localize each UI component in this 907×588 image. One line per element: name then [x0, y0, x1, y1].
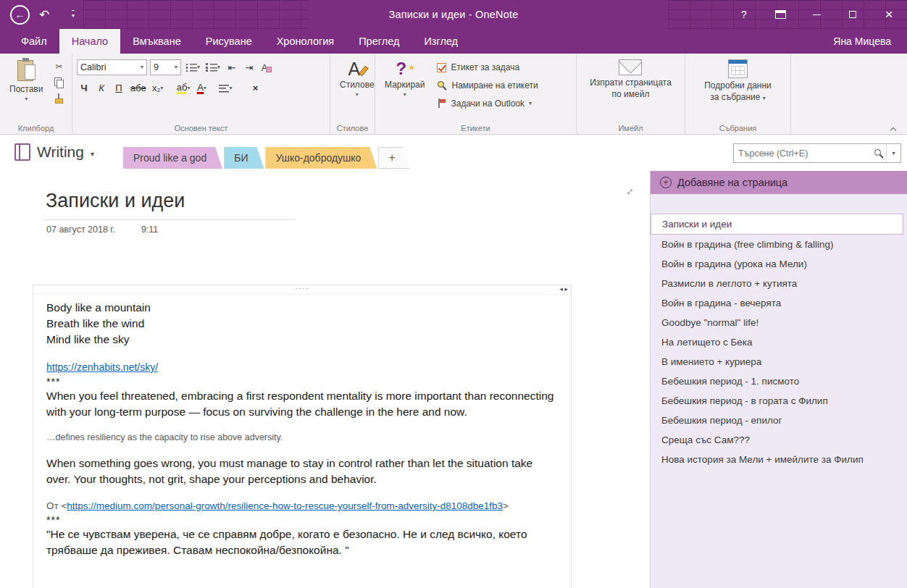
page-list-item[interactable]: Войн в градина (урока на Мели) [651, 254, 907, 274]
medium-article-link[interactable]: https://medium.com/personal-growth/resil… [67, 500, 503, 511]
page-list-item[interactable]: Войн в градина - вечерята [651, 293, 907, 313]
undo-button[interactable]: ↶ [30, 0, 59, 29]
numbering-button[interactable]: ▾ [204, 60, 222, 75]
page-date: 07 август 2018 г. [46, 224, 115, 235]
small-note-line[interactable]: …defines resiliency as the capacity to r… [46, 432, 558, 444]
undo-icon: ↶ [39, 7, 49, 22]
page-list-item[interactable]: Бебешкия период - 1. писмото [651, 371, 907, 391]
highlight-color-button[interactable]: аб▾ [175, 80, 192, 96]
page-list-item[interactable]: Среща със Сам??? [651, 430, 907, 450]
page-list-item[interactable]: Записки и идеи [651, 214, 903, 235]
email-group-label: Имейл [577, 124, 685, 133]
scissors-icon: ✂ [55, 62, 62, 72]
zenhabits-link[interactable]: https://zenhabits.net/sky/ [46, 361, 158, 373]
todo-tag-button[interactable]: Етикет за задача [437, 60, 538, 75]
styles-button[interactable]: A Стилове ▾ [335, 58, 380, 99]
note-content[interactable]: Body like a mountain Breath like the win… [33, 295, 571, 558]
copy-button[interactable] [52, 77, 65, 88]
paste-button[interactable]: Постави ▾ [4, 58, 48, 104]
blank-line [46, 487, 558, 499]
tag-question-icon: ?★ [396, 59, 414, 78]
underline-button[interactable]: П [112, 80, 126, 96]
note-container-handle[interactable]: ···· ◂ ▸ [33, 285, 571, 295]
section-tab-ushko[interactable]: Ушко-добродушко [265, 147, 377, 169]
tag-button[interactable]: ?★ Маркирай ▾ [380, 58, 430, 99]
minimize-button[interactable] [798, 0, 835, 29]
outlook-tasks-button[interactable]: Задачи на Outlook ▾ [437, 96, 538, 111]
page-title[interactable]: Записки и идеи [46, 190, 185, 212]
page-list-item[interactable]: В имението + куриера [651, 352, 907, 371]
paragraph[interactable]: When you feel threatened, embracing a fi… [46, 388, 558, 420]
page-list-item[interactable]: Войн в градина (free climbing & falling) [651, 235, 907, 254]
tab-view[interactable]: Изглед [411, 29, 470, 54]
strikethrough-button[interactable]: абе [129, 80, 148, 96]
subscript-button[interactable]: x₂▾ [151, 80, 165, 96]
page-list-item[interactable]: Размисли в леглото + кутията [651, 274, 907, 293]
notebook-selector[interactable]: Writing ▾ [14, 143, 94, 161]
page-list-item[interactable]: На летището с Бека [651, 332, 907, 352]
email-page-button[interactable]: Изпрати страницата по имейл [585, 58, 677, 101]
paragraph-alignment-button[interactable]: ▾ [217, 80, 233, 96]
meeting-details-button[interactable]: Подробни данни за събрание ▾ [699, 58, 777, 104]
delete-formatting-button[interactable]: × [248, 80, 262, 96]
ribbon-display-options-button[interactable] [762, 0, 798, 29]
tab-home[interactable]: Начало [59, 29, 121, 54]
maximize-button[interactable] [835, 0, 871, 29]
page-list-item[interactable]: Goodbye "normal" life! [651, 313, 907, 332]
search-scope-dropdown[interactable]: ▾ [886, 144, 900, 162]
search-input[interactable] [734, 148, 872, 159]
user-name[interactable]: Яна Мицева [833, 29, 891, 54]
italic-button[interactable]: К [94, 80, 109, 96]
page-list-item[interactable]: Нова история за Мели + имейлите за Филип [651, 450, 907, 469]
increase-indent-button[interactable]: ⇥ [242, 60, 256, 75]
help-button[interactable]: ? [726, 0, 762, 29]
styles-group-label: Стилове [330, 124, 375, 133]
tab-history[interactable]: Хронология [264, 29, 346, 54]
back-button[interactable]: ← [10, 5, 30, 25]
section-tab-bi[interactable]: БИ [224, 147, 264, 169]
add-page-button[interactable]: + Добавяне на страница [651, 171, 907, 194]
add-section-button[interactable]: + [378, 147, 409, 169]
page-list-item[interactable]: Бебешкия период - епилог [651, 411, 907, 430]
page-list-item[interactable]: Бебешкия период - в гората с Филип [651, 391, 907, 411]
find-tags-button[interactable]: Намиране на етикети [437, 78, 538, 93]
resize-diagonal-icon[interactable]: ↔ [620, 182, 637, 198]
paragraph[interactable]: "Не се чувствам уверена, че се справям д… [46, 526, 558, 558]
page-editor[interactable]: Записки и идеи 07 август 2018 г. 9:11 ↔ … [0, 171, 650, 588]
note-container[interactable]: ···· ◂ ▸ Body like a mountain Breath lik… [33, 285, 572, 588]
bold-button[interactable]: Ч [77, 80, 91, 96]
paragraph[interactable]: When something goes wrong, you must mana… [46, 455, 558, 487]
bullet-list-icon [185, 63, 197, 72]
decrease-indent-button[interactable]: ⇤ [225, 60, 239, 75]
tab-file[interactable]: Файл [9, 29, 59, 54]
font-name-combo[interactable]: Calibri▾ [77, 59, 147, 75]
ribbon: Постави ▾ ✂ Клипборд Calibri▾ 9▾ ▾ ▾ ⇤ ⇥… [0, 54, 907, 135]
cut-button[interactable]: ✂ [52, 61, 65, 72]
tab-review[interactable]: Преглед [346, 29, 411, 54]
quick-access-toolbar-dropdown[interactable]: ▾ [59, 0, 88, 29]
tab-draw[interactable]: Рисуване [193, 29, 264, 54]
text-line[interactable]: Body like a mountain [46, 300, 558, 316]
close-icon: × [885, 7, 893, 22]
section-tab-proud-like-a-god[interactable]: Proud like a god [123, 147, 222, 169]
format-painter-button[interactable] [52, 93, 65, 104]
text-line[interactable]: Breath like the wind [46, 316, 558, 332]
tab-insert[interactable]: Вмъкване [120, 29, 193, 54]
page-list: Записки и идеи Войн в градина (free clim… [651, 194, 907, 469]
outlook-flag-icon [437, 98, 446, 109]
text-line[interactable]: Mind like the sky [46, 332, 558, 348]
clear-all-formatting-button[interactable]: А [259, 60, 274, 75]
notebook-navbar: Writing ▾ Proud like a god БИ Ушко-добро… [0, 135, 907, 171]
tags-group-label: Етикети [375, 124, 576, 133]
font-size-combo[interactable]: 9▾ [150, 59, 181, 75]
font-color-button[interactable]: А▾ [194, 80, 209, 96]
drag-handle-dots-icon[interactable]: ···· [33, 283, 571, 293]
tags-group: ?★ Маркирай ▾ Етикет за задача Намиране … [375, 54, 577, 134]
search-button[interactable] [872, 148, 886, 159]
container-resize-arrows-icon[interactable]: ◂ ▸ [559, 285, 568, 293]
chevron-down-icon: ▾ [529, 101, 532, 106]
bullets-button[interactable]: ▾ [184, 60, 201, 75]
chevron-down-icon: ▾ [892, 150, 895, 156]
close-button[interactable]: × [871, 0, 907, 29]
collapse-ribbon-button[interactable] [891, 122, 898, 130]
